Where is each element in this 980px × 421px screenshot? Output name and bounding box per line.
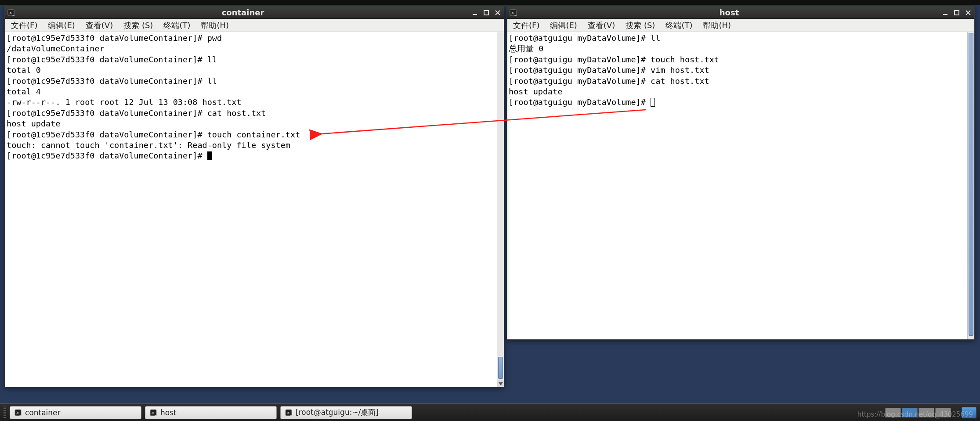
- menu-file[interactable]: 文件(F): [510, 19, 542, 32]
- desktop: >_ container 文件(F) 编辑(E) 查看(V) 搜索 (S) 终端…: [0, 0, 980, 421]
- terminal-line: host update: [509, 86, 973, 97]
- cursor: [651, 98, 655, 107]
- taskbar-item-desktop[interactable]: >_ [root@atguigu:~/桌面]: [280, 406, 412, 419]
- terminal-icon: >_: [7, 9, 14, 16]
- taskbar-item-label: container: [25, 408, 61, 417]
- menu-terminal[interactable]: 终端(T): [161, 19, 193, 32]
- terminal-line: total 4: [7, 86, 502, 97]
- maximize-button[interactable]: [483, 9, 490, 16]
- terminal-line: [root@atguigu myDataVolume]# ll: [509, 33, 973, 43]
- menubar: 文件(F) 编辑(E) 查看(V) 搜索 (S) 终端(T) 帮助(H): [5, 19, 504, 32]
- window-title: host: [520, 8, 938, 17]
- terminal-line: [root@1c95e7d533f0 dataVolumeContainer]#…: [7, 130, 502, 140]
- svg-rect-3: [484, 11, 488, 15]
- terminal-window-container: >_ container 文件(F) 编辑(E) 查看(V) 搜索 (S) 终端…: [4, 6, 504, 387]
- svg-text:>_: >_: [16, 410, 22, 416]
- scrollbar-thumb[interactable]: [498, 357, 503, 379]
- top-panel: [0, 0, 980, 5]
- vertical-scrollbar[interactable]: [497, 32, 504, 387]
- taskbar: >_ container >_ host >_ [root@atguigu:~/…: [0, 403, 980, 421]
- terminal-window-host: >_ host 文件(F) 编辑(E) 查看(V) 搜索 (S) 终端(T) 帮…: [506, 6, 975, 340]
- titlebar[interactable]: >_ host: [507, 7, 974, 19]
- svg-text:>_: >_: [9, 11, 14, 16]
- terminal-line: -rw-r--r--. 1 root root 12 Jul 13 03:08 …: [7, 97, 502, 108]
- svg-text:>_: >_: [151, 410, 157, 416]
- svg-text:>_: >_: [511, 11, 517, 16]
- terminal-line: [root@atguigu myDataVolume]# vim host.tx…: [509, 65, 973, 76]
- terminal-icon: >_: [510, 9, 517, 16]
- scrollbar-thumb[interactable]: [969, 33, 973, 336]
- maximize-button[interactable]: [953, 9, 960, 16]
- menu-help[interactable]: 帮助(H): [198, 19, 231, 32]
- vertical-scrollbar[interactable]: [967, 32, 974, 339]
- menu-search[interactable]: 搜索 (S): [121, 19, 155, 32]
- terminal-line: host update: [7, 119, 502, 129]
- taskbar-item-label: [root@atguigu:~/桌面]: [296, 407, 379, 417]
- menu-file[interactable]: 文件(F): [8, 19, 40, 32]
- menu-edit[interactable]: 编辑(E): [45, 19, 77, 32]
- menu-help[interactable]: 帮助(H): [700, 19, 734, 32]
- taskbar-item-container[interactable]: >_ container: [10, 406, 141, 419]
- window-title: container: [18, 8, 468, 17]
- terminal-line: [root@atguigu myDataVolume]# cat host.tx…: [509, 76, 973, 86]
- terminal-line: [root@1c95e7d533f0 dataVolumeContainer]#…: [7, 108, 502, 119]
- terminal-line: [root@1c95e7d533f0 dataVolumeContainer]#…: [7, 54, 502, 65]
- close-button[interactable]: [965, 9, 972, 16]
- scrollbar-down-icon[interactable]: [497, 380, 504, 387]
- svg-rect-10: [955, 11, 959, 15]
- terminal-line: [root@1c95e7d533f0 dataVolumeContainer]#…: [7, 76, 502, 86]
- taskbar-item-label: host: [160, 408, 177, 417]
- svg-marker-6: [499, 382, 503, 385]
- menu-edit[interactable]: 编辑(E): [547, 19, 579, 32]
- close-button[interactable]: [494, 9, 501, 16]
- minimize-button[interactable]: [942, 9, 949, 16]
- menu-terminal[interactable]: 终端(T): [663, 19, 695, 32]
- terminal-line: total 0: [7, 65, 502, 76]
- terminal-icon: >_: [285, 409, 292, 416]
- minimize-button[interactable]: [471, 9, 478, 16]
- terminal-line: 总用量 0: [509, 43, 973, 54]
- menu-search[interactable]: 搜索 (S): [623, 19, 658, 32]
- menu-view[interactable]: 查看(V): [83, 19, 116, 32]
- svg-text:>_: >_: [286, 410, 292, 416]
- terminal-output[interactable]: [root@1c95e7d533f0 dataVolumeContainer]#…: [5, 32, 504, 387]
- menu-view[interactable]: 查看(V): [585, 19, 618, 32]
- terminal-line: [root@atguigu myDataVolume]# touch host.…: [509, 54, 973, 65]
- terminal-line: /dataVolumeContainer: [7, 43, 502, 54]
- terminal-icon: >_: [150, 409, 157, 416]
- terminal-icon: >_: [14, 409, 22, 416]
- terminal-output[interactable]: [root@atguigu myDataVolume]# ll总用量 0[roo…: [507, 32, 974, 339]
- terminal-line: [root@1c95e7d533f0 dataVolumeContainer]#: [7, 151, 502, 161]
- cursor: [207, 151, 212, 160]
- terminal-line: [root@atguigu myDataVolume]#: [509, 97, 973, 108]
- watermark: https://blog.csdn.net/qq_43025699: [857, 410, 973, 418]
- terminal-line: touch: cannot touch 'container.txt': Rea…: [7, 140, 502, 151]
- terminal-line: [root@1c95e7d533f0 dataVolumeContainer]#…: [7, 33, 502, 43]
- taskbar-handle[interactable]: [4, 407, 6, 419]
- titlebar[interactable]: >_ container: [5, 7, 504, 19]
- menubar: 文件(F) 编辑(E) 查看(V) 搜索 (S) 终端(T) 帮助(H): [507, 19, 974, 32]
- taskbar-item-host[interactable]: >_ host: [145, 406, 277, 419]
